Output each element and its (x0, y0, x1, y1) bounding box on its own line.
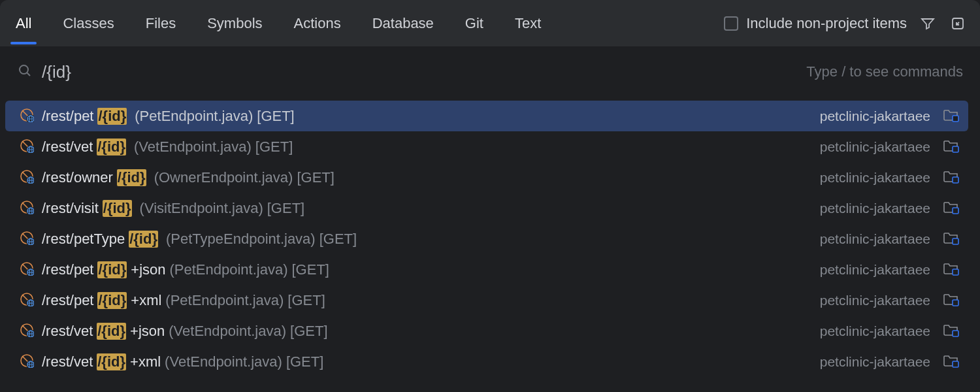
folder-icon (943, 139, 959, 155)
folder-icon (943, 231, 959, 248)
result-module: petclinic-jakartaee (820, 354, 930, 370)
endpoint-icon (20, 353, 34, 370)
tab-files[interactable]: Files (143, 3, 178, 44)
result-row[interactable]: /rest/vet/{id}+xml (VetEndpoint.java) [G… (5, 346, 968, 377)
svg-rect-43 (953, 269, 958, 275)
result-path-after: +xml (131, 292, 161, 309)
result-method: [GET] (287, 292, 325, 309)
result-method: [GET] (255, 139, 293, 155)
result-filename: (PetTypeEndpoint.java) (166, 231, 316, 248)
result-path-before: /rest/owner (42, 169, 113, 186)
search-icon (17, 63, 33, 81)
result-path-match: /{id} (97, 323, 126, 340)
folder-icon (943, 292, 959, 309)
result-text: /rest/vet/{id} (VetEndpoint.java) [GET] (42, 139, 293, 155)
search-everywhere-popup: AllClassesFilesSymbolsActionsDatabaseGit… (0, 0, 980, 392)
folder-icon (943, 353, 959, 370)
result-method: [GET] (286, 353, 323, 370)
result-path-before: /rest/visit (42, 200, 99, 217)
result-module: petclinic-jakartaee (820, 293, 930, 308)
folder-icon (943, 261, 959, 278)
svg-rect-36 (953, 238, 958, 244)
result-row[interactable]: /rest/pet/{id} (PetEndpoint.java) [GET]p… (5, 101, 968, 131)
result-path-before: /rest/vet (42, 353, 93, 370)
result-path-match: /{id} (117, 169, 146, 186)
tab-classes[interactable]: Classes (60, 3, 116, 44)
pin-icon[interactable] (949, 14, 967, 33)
result-path-match: /{id} (97, 261, 127, 278)
result-row[interactable]: /rest/pet/{id}+json (PetEndpoint.java) [… (5, 254, 968, 285)
result-path-before: /rest/pet (42, 108, 93, 125)
folder-icon (943, 200, 959, 217)
result-text: /rest/vet/{id}+xml (VetEndpoint.java) [G… (42, 353, 323, 370)
scope-tabs: AllClassesFilesSymbolsActionsDatabaseGit… (0, 0, 980, 47)
endpoint-icon (20, 231, 34, 248)
result-filename: (PetEndpoint.java) (165, 292, 284, 309)
result-module: petclinic-jakartaee (820, 231, 930, 247)
endpoint-icon (20, 200, 34, 217)
result-row[interactable]: /rest/vet/{id}+json (VetEndpoint.java) [… (5, 316, 968, 346)
svg-rect-22 (953, 177, 958, 183)
svg-point-1 (20, 65, 28, 74)
result-method: [GET] (319, 231, 357, 248)
endpoint-icon (20, 261, 34, 278)
result-module: petclinic-jakartaee (820, 170, 930, 186)
search-row: Type / to see commands (0, 47, 980, 97)
folder-icon (943, 169, 959, 186)
result-filename: (VetEndpoint.java) (165, 353, 282, 370)
result-filename: (PetEndpoint.java) (135, 108, 253, 125)
result-text: /rest/pet/{id} (PetEndpoint.java) [GET] (42, 108, 295, 125)
result-module: petclinic-jakartaee (820, 201, 930, 216)
result-method: [GET] (297, 169, 334, 186)
result-path-after: +json (130, 323, 165, 340)
result-text: /rest/vet/{id}+json (VetEndpoint.java) [… (42, 323, 328, 340)
result-text: /rest/pet/{id}+xml (PetEndpoint.java) [G… (42, 292, 325, 309)
tab-text[interactable]: Text (512, 3, 544, 44)
include-non-project-checkbox[interactable]: Include non-project items (724, 15, 907, 32)
checkbox-box (724, 16, 738, 31)
result-module: petclinic-jakartaee (820, 139, 930, 155)
endpoint-icon (20, 139, 34, 155)
result-path-match: /{id} (97, 292, 127, 309)
result-path-before: /rest/petType (42, 231, 125, 248)
endpoint-icon (20, 169, 34, 186)
search-input[interactable] (42, 62, 797, 82)
result-filename: (PetEndpoint.java) (170, 261, 288, 278)
result-row[interactable]: /rest/vet/{id} (VetEndpoint.java) [GET]p… (5, 131, 968, 162)
result-module: petclinic-jakartaee (820, 262, 930, 278)
result-row[interactable]: /rest/owner/{id} (OwnerEndpoint.java) [G… (5, 162, 968, 193)
result-path-after: +xml (130, 353, 161, 370)
tab-actions[interactable]: Actions (291, 3, 344, 44)
result-path-match: /{id} (97, 353, 126, 370)
result-path-match: /{id} (97, 139, 126, 155)
result-path-match: /{id} (97, 108, 127, 125)
result-module: petclinic-jakartaee (820, 323, 930, 339)
results-list[interactable]: /rest/pet/{id} (PetEndpoint.java) [GET]p… (0, 97, 980, 392)
result-method: [GET] (267, 200, 304, 217)
svg-rect-64 (953, 361, 958, 367)
result-method: [GET] (257, 108, 294, 125)
result-filename: (VetEndpoint.java) (134, 139, 252, 155)
result-text: /rest/pet/{id}+json (PetEndpoint.java) [… (42, 261, 329, 278)
svg-rect-29 (953, 208, 958, 214)
result-path-after: +json (131, 261, 165, 278)
result-path-before: /rest/pet (42, 261, 93, 278)
result-path-before: /rest/pet (42, 292, 93, 309)
folder-icon (943, 323, 959, 340)
result-method: [GET] (290, 323, 327, 340)
endpoint-icon (20, 323, 34, 340)
search-hint: Type / to see commands (806, 63, 963, 80)
tab-git[interactable]: Git (463, 3, 486, 44)
svg-rect-15 (953, 146, 958, 152)
tab-database[interactable]: Database (370, 3, 436, 44)
result-row[interactable]: /rest/visit/{id} (VisitEndpoint.java) [G… (5, 193, 968, 223)
tab-all[interactable]: All (13, 3, 34, 44)
tab-symbols[interactable]: Symbols (204, 3, 265, 44)
svg-rect-8 (953, 116, 958, 122)
result-method: [GET] (292, 261, 329, 278)
result-row[interactable]: /rest/pet/{id}+xml (PetEndpoint.java) [G… (5, 285, 968, 316)
filter-icon[interactable] (919, 14, 937, 33)
svg-rect-50 (953, 300, 958, 306)
result-text: /rest/owner/{id} (OwnerEndpoint.java) [G… (42, 169, 335, 186)
result-row[interactable]: /rest/petType/{id} (PetTypeEndpoint.java… (5, 223, 968, 254)
